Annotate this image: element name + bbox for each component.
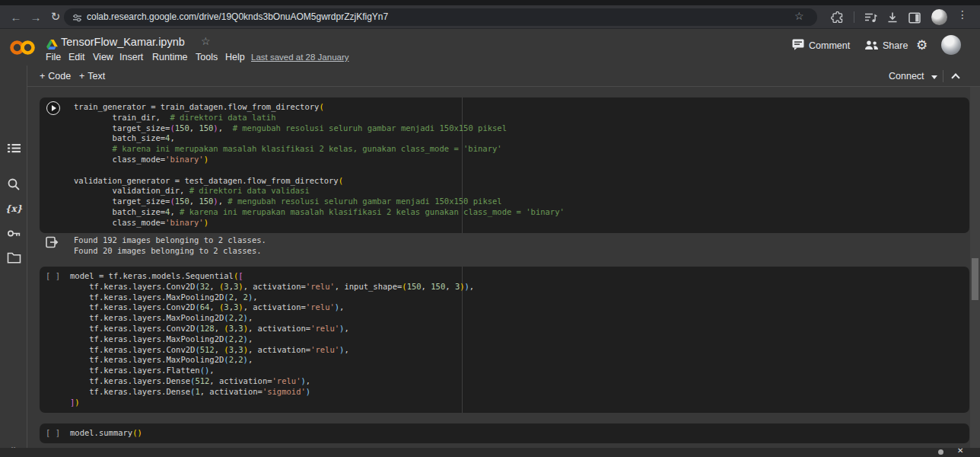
scrollbar-track[interactable] xyxy=(970,87,980,448)
code-cell-3[interactable]: [ ] model.summary() xyxy=(40,423,969,443)
search-icon[interactable] xyxy=(6,177,21,192)
scrollbar-thumb[interactable] xyxy=(972,258,978,300)
menu-help[interactable]: Help xyxy=(225,52,245,62)
account-avatar[interactable] xyxy=(941,35,961,55)
settings-gear-icon[interactable]: ⚙ xyxy=(916,37,928,53)
comment-button[interactable]: Comment xyxy=(809,40,850,51)
browser-forward-button[interactable]: → xyxy=(26,5,46,28)
left-sidebar: {x} <> xyxy=(0,66,27,448)
bookmark-star-icon[interactable]: ☆ xyxy=(794,10,804,22)
toolbar-separator xyxy=(943,70,943,82)
share-button[interactable]: Share xyxy=(883,40,908,51)
code-editor[interactable]: model.summary() xyxy=(40,428,959,439)
notification-dot-icon[interactable] xyxy=(938,449,943,455)
menu-runtime[interactable]: Runtime xyxy=(152,52,188,62)
browser-reload-button[interactable]: ↻ xyxy=(46,5,65,28)
browser-tab-strip xyxy=(0,0,980,5)
plus-icon: + xyxy=(40,71,45,81)
last-saved-link[interactable]: Last saved at 28 January xyxy=(251,53,349,62)
comment-icon[interactable] xyxy=(792,39,804,53)
code-editor[interactable]: model = tf.keras.models.Sequential([ tf.… xyxy=(40,271,959,407)
drive-file-icon xyxy=(46,39,58,53)
address-bar[interactable]: colab.research.google.com/drive/19Q0knds… xyxy=(64,8,817,26)
star-notebook-icon[interactable]: ☆ xyxy=(201,35,211,47)
toolbar-separator xyxy=(854,11,854,23)
site-settings-icon[interactable] xyxy=(72,12,82,26)
side-panel-icon[interactable] xyxy=(907,10,922,25)
plus-icon: + xyxy=(79,71,84,81)
notebook-title[interactable]: TensorFlow_Kamar.ipynb xyxy=(61,36,185,48)
menu-view[interactable]: View xyxy=(93,52,113,62)
colab-logo-icon[interactable] xyxy=(9,38,36,60)
variables-icon[interactable]: {x} xyxy=(6,201,21,216)
notebook-toolbar: +Code +Text Connect xyxy=(27,66,980,87)
close-icon[interactable]: ✕ xyxy=(957,446,963,455)
collapse-header-chevron-icon[interactable] xyxy=(951,73,959,81)
output-line: Found 20 images belonging to 2 classes. xyxy=(74,246,266,257)
connect-dropdown-caret-icon[interactable] xyxy=(931,75,937,79)
output-icon xyxy=(46,236,60,251)
share-icon[interactable] xyxy=(864,40,879,53)
code-editor[interactable]: train_generator = train_datagen.flow_fro… xyxy=(40,102,959,228)
cell-output-area: Found 192 images belonging to 2 classes.… xyxy=(40,235,969,262)
menu-edit[interactable]: Edit xyxy=(68,52,85,62)
colab-header: TensorFlow_Kamar.ipynb ☆ File Edit View … xyxy=(0,29,980,66)
browser-profile-avatar[interactable] xyxy=(931,9,947,25)
output-line: Found 192 images belonging to 2 classes. xyxy=(74,235,266,246)
colab-window: ← → ↻ colab.research.google.com/drive/19… xyxy=(0,0,980,457)
code-cell-2[interactable]: [ ] model = tf.keras.models.Sequential([… xyxy=(40,267,969,413)
files-folder-icon[interactable] xyxy=(6,250,21,265)
bottom-status-bar: ✕ xyxy=(0,448,980,457)
url-text[interactable]: colab.research.google.com/drive/19Q0knds… xyxy=(87,11,388,22)
add-text-button[interactable]: +Text xyxy=(79,71,105,81)
browser-back-button[interactable]: ← xyxy=(6,5,26,28)
output-text: Found 192 images belonging to 2 classes.… xyxy=(74,235,266,257)
menu-file[interactable]: File xyxy=(46,52,61,62)
browser-toolbar: ← → ↻ colab.research.google.com/drive/19… xyxy=(0,5,980,29)
menu-tools[interactable]: Tools xyxy=(196,52,218,62)
downloads-icon[interactable] xyxy=(885,10,900,25)
menu-insert[interactable]: Insert xyxy=(119,52,143,62)
media-controls-icon[interactable] xyxy=(863,10,878,25)
secrets-key-icon[interactable] xyxy=(6,225,21,241)
code-cell-1[interactable]: train_generator = train_datagen.flow_fro… xyxy=(40,97,969,233)
extensions-icon[interactable] xyxy=(829,10,845,25)
table-of-contents-icon[interactable] xyxy=(6,140,21,155)
connect-button[interactable]: Connect xyxy=(889,71,924,81)
add-code-button[interactable]: +Code xyxy=(40,71,71,81)
browser-menu-icon[interactable]: ⋮ xyxy=(956,8,969,27)
